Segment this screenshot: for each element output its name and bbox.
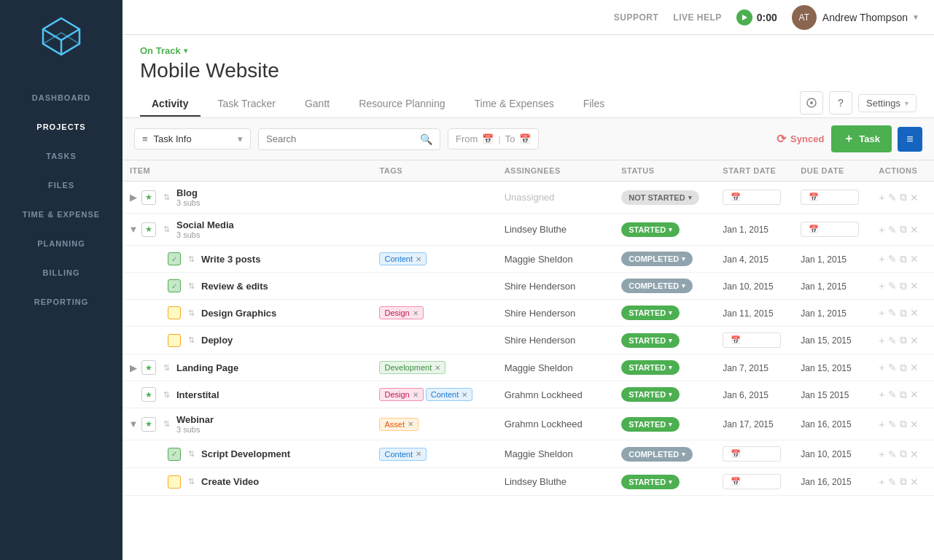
- sidebar-item-files[interactable]: FILES: [0, 171, 122, 200]
- sort-icon[interactable]: ⇅: [184, 279, 198, 293]
- edit-action-icon[interactable]: ✎: [888, 224, 897, 236]
- add-action-icon[interactable]: +: [879, 448, 884, 460]
- sidebar-item-time-expense[interactable]: TIME & EXPENSE: [0, 200, 122, 229]
- tab-time-expenses[interactable]: Time & Expenses: [462, 92, 565, 117]
- sort-icon[interactable]: ⇅: [184, 475, 198, 489]
- start-date-picker[interactable]: 📅: [723, 190, 781, 205]
- copy-action-icon[interactable]: ⧉: [900, 280, 907, 292]
- sort-icon[interactable]: ⇅: [159, 417, 174, 432]
- edit-action-icon[interactable]: ✎: [888, 362, 897, 373]
- tag-remove-icon[interactable]: ✕: [435, 364, 440, 372]
- add-action-icon[interactable]: +: [879, 224, 884, 236]
- sort-icon[interactable]: ⇅: [184, 252, 198, 266]
- user-info[interactable]: AT Andrew Thompson ▼: [792, 5, 919, 30]
- synced-button[interactable]: ⟳ Synced: [777, 132, 824, 146]
- sidebar-item-reporting[interactable]: REPORTING: [0, 287, 122, 316]
- status-dropdown-button[interactable]: STARTED▾: [621, 387, 680, 402]
- star-icon[interactable]: ★: [141, 360, 156, 375]
- sort-icon[interactable]: ⇅: [184, 333, 198, 348]
- copy-action-icon[interactable]: ⧉: [900, 223, 907, 236]
- check-icon[interactable]: [168, 334, 181, 347]
- tag-remove-icon[interactable]: ✕: [413, 309, 419, 317]
- status-dropdown-button[interactable]: NOT STARTED▾: [621, 190, 698, 205]
- status-dropdown-button[interactable]: COMPLETED▾: [621, 252, 693, 266]
- edit-action-icon[interactable]: ✎: [888, 280, 897, 292]
- sort-icon[interactable]: ⇅: [184, 306, 198, 320]
- copy-action-icon[interactable]: ⧉: [900, 389, 907, 401]
- tab-resource-planning[interactable]: Resource Planning: [347, 92, 456, 117]
- sort-icon[interactable]: ⇅: [159, 190, 174, 205]
- delete-action-icon[interactable]: ✕: [910, 476, 919, 488]
- project-status-badge[interactable]: On Track ▾: [140, 45, 187, 56]
- edit-action-icon[interactable]: ✎: [888, 389, 897, 400]
- copy-action-icon[interactable]: ⧉: [900, 362, 907, 374]
- tab-gantt[interactable]: Gantt: [293, 92, 341, 117]
- add-task-button[interactable]: ＋ Task: [831, 125, 892, 152]
- add-action-icon[interactable]: +: [879, 419, 884, 430]
- due-date-picker[interactable]: 📅: [801, 190, 859, 205]
- add-action-icon[interactable]: +: [879, 307, 884, 319]
- add-action-icon[interactable]: +: [879, 335, 884, 346]
- status-dropdown-button[interactable]: COMPLETED▾: [621, 447, 693, 462]
- sidebar-item-projects[interactable]: PROJECTS: [0, 112, 122, 141]
- search-box[interactable]: 🔍: [258, 128, 440, 150]
- copy-action-icon[interactable]: ⧉: [900, 475, 907, 488]
- delete-action-icon[interactable]: ✕: [910, 419, 919, 430]
- tag-remove-icon[interactable]: ✕: [416, 255, 421, 263]
- check-icon[interactable]: [168, 306, 181, 319]
- edit-action-icon[interactable]: ✎: [888, 307, 897, 319]
- sidebar-item-billing[interactable]: BILLING: [0, 258, 122, 287]
- status-dropdown-button[interactable]: STARTED▾: [621, 475, 680, 489]
- layers-view-button[interactable]: ≡: [898, 127, 922, 152]
- tag-remove-icon[interactable]: ✕: [408, 420, 413, 428]
- task-info-dropdown[interactable]: ≡ Task Info ▾: [134, 128, 251, 149]
- start-date-picker[interactable]: 📅: [723, 332, 781, 348]
- add-action-icon[interactable]: +: [879, 476, 884, 488]
- add-action-icon[interactable]: +: [879, 280, 884, 292]
- check-icon[interactable]: ✓: [168, 279, 181, 292]
- edit-action-icon[interactable]: ✎: [888, 335, 897, 346]
- play-button[interactable]: [736, 9, 752, 26]
- delete-action-icon[interactable]: ✕: [910, 448, 919, 460]
- status-dropdown-button[interactable]: STARTED▾: [621, 417, 680, 432]
- expand-arrow[interactable]: ▼: [128, 419, 139, 429]
- start-date-picker[interactable]: 📅: [723, 446, 781, 462]
- sort-icon[interactable]: ⇅: [159, 387, 174, 402]
- tab-activity[interactable]: Activity: [140, 92, 201, 117]
- status-dropdown-button[interactable]: STARTED▾: [621, 333, 680, 348]
- add-action-icon[interactable]: +: [879, 362, 884, 373]
- copy-action-icon[interactable]: ⧉: [900, 253, 907, 265]
- timer[interactable]: 0:00: [736, 9, 777, 26]
- delete-action-icon[interactable]: ✕: [910, 389, 919, 400]
- star-icon[interactable]: ★: [141, 387, 156, 402]
- delete-action-icon[interactable]: ✕: [910, 280, 919, 292]
- add-action-icon[interactable]: +: [879, 253, 884, 265]
- delete-action-icon[interactable]: ✕: [910, 192, 919, 203]
- copy-action-icon[interactable]: ⧉: [900, 334, 907, 346]
- star-icon[interactable]: ★: [141, 417, 156, 432]
- tab-task-tracker[interactable]: Task Tracker: [206, 92, 287, 117]
- sidebar-item-dashboard[interactable]: DASHBOARD: [0, 83, 122, 112]
- help-button[interactable]: ?: [829, 91, 852, 114]
- check-icon[interactable]: ✓: [168, 252, 181, 265]
- edit-action-icon[interactable]: ✎: [888, 253, 897, 265]
- delete-action-icon[interactable]: ✕: [910, 224, 919, 236]
- status-dropdown-button[interactable]: STARTED▾: [621, 306, 680, 320]
- date-range-filter[interactable]: From 📅 | To 📅: [448, 128, 539, 149]
- tag-remove-icon[interactable]: ✕: [416, 450, 421, 458]
- tag-remove-icon[interactable]: ✕: [413, 391, 419, 399]
- tag-remove-icon[interactable]: ✕: [462, 391, 467, 399]
- delete-action-icon[interactable]: ✕: [910, 307, 919, 319]
- add-action-icon[interactable]: +: [879, 192, 884, 203]
- sort-icon[interactable]: ⇅: [159, 360, 174, 375]
- expand-arrow[interactable]: ▶: [128, 192, 139, 203]
- edit-action-icon[interactable]: ✎: [888, 448, 897, 460]
- start-date-picker[interactable]: 📅: [723, 474, 781, 489]
- check-icon[interactable]: [168, 475, 181, 489]
- due-date-picker[interactable]: 📅: [801, 222, 859, 237]
- copy-action-icon[interactable]: ⧉: [900, 191, 907, 203]
- delete-action-icon[interactable]: ✕: [910, 362, 919, 373]
- delete-action-icon[interactable]: ✕: [910, 335, 919, 346]
- sort-icon[interactable]: ⇅: [159, 222, 174, 237]
- edit-action-icon[interactable]: ✎: [888, 476, 897, 488]
